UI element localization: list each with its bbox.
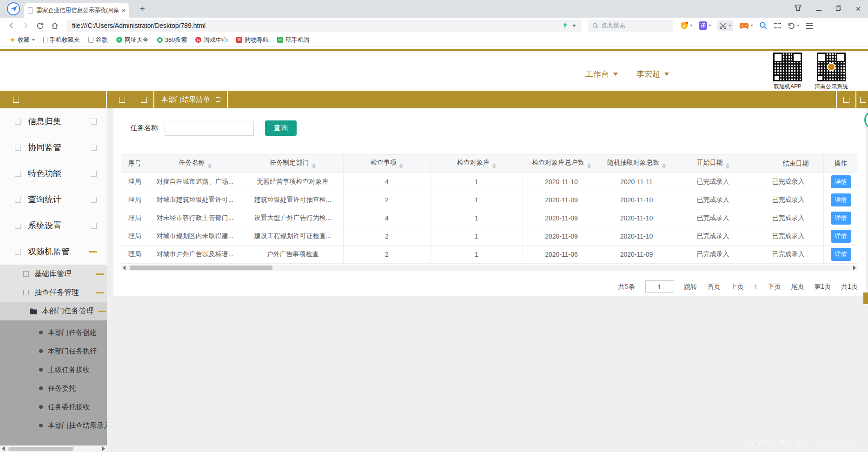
browser-tab[interactable]: 国家企业信用信息公示系统(河南 <box>24 3 129 18</box>
rewards-shield-icon[interactable]: ¥ <box>680 21 693 30</box>
col-seq: 序号 <box>121 155 148 173</box>
first-page-button[interactable]: 首页 <box>708 283 721 291</box>
qr-code-image <box>817 53 846 81</box>
reader-lightning-icon[interactable] <box>563 21 568 30</box>
url-dropdown-icon[interactable] <box>572 25 576 27</box>
screenshot-scissors-icon[interactable] <box>717 20 733 31</box>
bookmark-game-center[interactable]: G 游戏中心 <box>191 36 232 44</box>
tabbar-action-icon[interactable] <box>860 97 866 103</box>
forward-icon[interactable] <box>21 21 30 30</box>
tab-close-icon[interactable] <box>121 7 126 14</box>
sidebar-item-special-functions[interactable]: 特色功能 <box>0 160 107 186</box>
col-object-lib[interactable]: 检查对象库 <box>431 155 523 173</box>
bookmark-mobile-favorites[interactable]: 手机收藏夹 <box>39 36 84 44</box>
last-page-button[interactable]: 尾页 <box>791 283 804 291</box>
col-end-date[interactable]: 结束日期 <box>753 155 824 173</box>
sidebar-item-task-delegate[interactable]: 任务委托 <box>0 379 107 398</box>
tabbar-action-icon[interactable] <box>843 97 849 103</box>
seal-icon <box>827 63 835 71</box>
sidebar-item-base-library[interactable]: 基础库管理 <box>0 265 107 283</box>
active-tab[interactable]: 本部门结果清单 <box>153 91 228 108</box>
expand-glyph-icon <box>91 171 97 177</box>
task-name-input[interactable] <box>165 121 254 136</box>
minimize-button[interactable] <box>816 10 822 11</box>
bookmark-google[interactable]: 谷歌 <box>84 36 112 44</box>
table-hscrollbar[interactable] <box>121 265 858 271</box>
detail-button[interactable]: 详情 <box>831 230 851 243</box>
maximize-button[interactable] <box>835 5 841 13</box>
url-field[interactable]: file:///C:/Users/Administrator/Desktop/7… <box>66 20 582 32</box>
sidebar-item-double-random[interactable]: 双随机监管 <box>0 239 107 265</box>
close-button[interactable] <box>855 6 861 12</box>
quick-search-field[interactable]: 点此搜索 <box>588 20 673 32</box>
tab-nav-icon[interactable] <box>141 97 147 103</box>
tab-nav-icon[interactable] <box>119 97 125 103</box>
scrollbar-thumb[interactable] <box>130 266 272 270</box>
sidebar-item-task-delegate-receive[interactable]: 任务委托接收 <box>0 398 107 416</box>
sidebar-item-system-settings[interactable]: 系统设置 <box>0 213 107 239</box>
detail-button[interactable]: 详情 <box>831 248 851 261</box>
next-page-button[interactable]: 下页 <box>768 283 781 291</box>
sidebar-item-joint-supervision[interactable]: 协同监管 <box>0 134 107 160</box>
home-icon[interactable] <box>51 21 59 30</box>
placeholder-glyph-icon <box>15 171 21 177</box>
scroll-left-icon[interactable] <box>123 266 126 270</box>
sidebar-item-task-create[interactable]: 本部门任务创建 <box>0 323 107 342</box>
prev-page-button[interactable]: 上页 <box>731 283 744 291</box>
menu-icon[interactable] <box>806 23 813 29</box>
query-button[interactable]: 查询 <box>265 120 297 136</box>
sidebar-item-superior-task-receive[interactable]: 上级任务接收 <box>0 360 107 379</box>
floating-gold-tab[interactable] <box>863 292 868 304</box>
col-operation: 操作 <box>824 155 858 173</box>
jump-button[interactable]: 跳转 <box>684 283 697 291</box>
detail-button[interactable]: 详情 <box>831 193 851 206</box>
mobile-game-icon: 玩 <box>277 37 283 43</box>
scroll-right-icon[interactable] <box>853 266 856 270</box>
apps-grid-icon[interactable] <box>774 22 781 29</box>
col-task-name[interactable]: 任务名称 <box>148 155 242 173</box>
sidebar-hscrollbar[interactable] <box>0 445 107 452</box>
sidebar-item-info-collection[interactable]: 信息归集 <box>0 108 107 134</box>
bullet-icon <box>39 424 43 427</box>
scroll-left-icon[interactable] <box>2 446 5 451</box>
bookmark-favorites[interactable]: 收藏 <box>6 36 39 44</box>
current-page-number[interactable]: 1 <box>754 283 758 291</box>
theme-shirt-icon[interactable] <box>794 4 802 13</box>
svg-text:¥: ¥ <box>683 24 685 28</box>
bookmark-360-search[interactable]: 360搜索 <box>153 36 192 44</box>
user-dropdown[interactable]: 李宏超 <box>636 69 669 80</box>
scroll-right-icon[interactable] <box>102 446 105 451</box>
sidebar-item-result-entry[interactable]: 本部门抽查结果录入 <box>0 416 107 435</box>
scrollbar-thumb[interactable] <box>8 447 73 451</box>
find-icon[interactable] <box>759 21 768 30</box>
shopping-icon: 购 <box>236 37 242 43</box>
col-start-date[interactable]: 开始日期 <box>673 155 753 173</box>
bookmark-mobile-games[interactable]: 玩 玩手机游 <box>273 36 314 44</box>
col-random-total[interactable]: 随机抽取对象总数 <box>600 155 673 173</box>
sidebar-item-query-statistics[interactable]: 查询统计 <box>0 186 107 213</box>
sidebar-item-dept-task-management[interactable]: 本部门任务管理 <box>0 302 107 320</box>
back-icon[interactable] <box>7 21 16 30</box>
translate-icon[interactable]: 译 <box>699 21 711 30</box>
bookmark-shopping[interactable]: 购 购物导航 <box>232 36 273 44</box>
refresh-icon[interactable] <box>36 22 44 30</box>
undo-icon[interactable] <box>787 22 800 30</box>
workbench-dropdown[interactable]: 工作台 <box>585 69 618 80</box>
page-number-input[interactable] <box>645 280 674 293</box>
games-icon[interactable] <box>739 22 753 29</box>
detail-button[interactable]: 详情 <box>831 175 851 188</box>
task-name-label: 任务名称 <box>130 124 158 133</box>
sidebar-item-task-management[interactable]: 抽查任务管理 <box>0 283 107 302</box>
bookmark-site-directory[interactable]: + 网址大全 <box>112 36 153 44</box>
sidebar-item-task-execute[interactable]: 本部门任务执行 <box>0 342 107 360</box>
placeholder-glyph-icon <box>15 145 21 151</box>
sidebar-toggle[interactable] <box>0 91 107 108</box>
col-items[interactable]: 检查事项 <box>344 155 431 173</box>
col-total-households[interactable]: 检查对象库总户数 <box>523 155 600 173</box>
new-tab-button[interactable] <box>139 4 145 14</box>
tab-close-glyph-icon[interactable] <box>216 97 220 102</box>
col-dept[interactable]: 任务制定部门 <box>242 155 344 173</box>
detail-button[interactable]: 详情 <box>831 212 851 225</box>
star-icon <box>10 36 15 43</box>
browser-logo-icon[interactable] <box>7 2 20 16</box>
